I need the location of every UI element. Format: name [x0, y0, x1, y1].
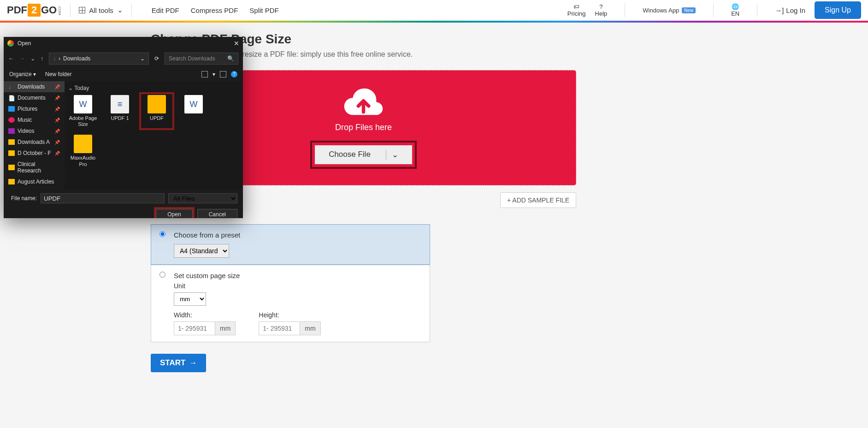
view-icon[interactable] [201, 71, 208, 77]
document-icon: 📄 [8, 95, 15, 101]
preset-option[interactable]: Choose from a preset A4 (Standard) [151, 224, 430, 265]
page-title: Change PDF Page Size [151, 32, 868, 47]
logo-text-com: .COM [58, 6, 62, 15]
pin-icon: 📌 [54, 151, 60, 156]
search-placeholder: Search Downloads [169, 55, 215, 62]
search-icon: 🔍 [227, 55, 234, 62]
nav-compress-pdf[interactable]: Compress PDF [191, 6, 238, 14]
pictures-icon [8, 106, 15, 112]
file-item[interactable]: MaxxAudio Pro [68, 135, 98, 167]
file-item[interactable]: WAdobe Page Size [68, 95, 98, 127]
path-location: Downloads [63, 55, 90, 62]
file-item[interactable]: ≡UPDF 1 [105, 95, 135, 127]
sidebar-item-videos[interactable]: Videos📌 [4, 125, 65, 137]
choose-file-button[interactable]: Choose File ⌄ [315, 145, 412, 164]
pin-icon: 📌 [54, 107, 60, 112]
dialog-toolbar: Organize ▾ New folder ▾ ? [4, 67, 243, 81]
file-item-selected[interactable]: UPDF [142, 95, 171, 127]
unit-select[interactable]: mm [174, 292, 206, 306]
view-chevron-icon[interactable]: ▾ [213, 71, 215, 77]
search-input[interactable]: Search Downloads 🔍 [165, 53, 238, 65]
word-icon: W [184, 95, 203, 113]
sidebar-item-folder[interactable]: August Articles [4, 176, 65, 187]
nav-split-pdf[interactable]: Split PDF [249, 6, 278, 14]
chevron-down-icon[interactable]: ⌄ [140, 55, 145, 62]
divider [757, 3, 757, 17]
globe-icon: 🌐 [732, 3, 739, 10]
arrow-right-icon: → [189, 358, 197, 368]
grid-icon [79, 7, 85, 13]
forward-icon[interactable]: → [19, 55, 25, 62]
path-bar[interactable]: ↓ › Downloads ⌄ [49, 53, 149, 65]
start-button[interactable]: START → [151, 354, 206, 372]
unit-label: Unit [174, 282, 421, 290]
filename-input[interactable] [41, 193, 165, 203]
file-group-label[interactable]: ⌄ Today [68, 85, 239, 91]
sidebar-item-folder[interactable]: Downloads A📌 [4, 137, 65, 148]
sidebar-item-folder[interactable]: Clinical Research [4, 159, 65, 176]
width-suffix: mm [215, 321, 236, 335]
divider [625, 3, 625, 17]
language-selector[interactable]: 🌐 EN [731, 3, 739, 17]
folder-icon [8, 179, 15, 184]
login-button[interactable]: →] Log In [775, 6, 805, 14]
custom-radio[interactable] [159, 272, 165, 278]
file-open-dialog: Open ✕ ← → ⌄ ↑ ↓ › Downloads ⌄ ⟳ Search … [4, 37, 243, 218]
logo[interactable]: PDF 2 GO .COM [7, 4, 62, 17]
download-icon: ↓ [53, 55, 56, 62]
divider [131, 3, 132, 17]
signup-label: Sign Up [825, 6, 851, 14]
pin-icon: 📌 [54, 129, 60, 134]
choose-file-label: Choose File [329, 150, 371, 159]
start-label: START [160, 358, 185, 368]
folder-icon [8, 139, 15, 145]
logo-text-2: 2 [28, 4, 41, 17]
recent-icon[interactable]: ⌄ [30, 55, 35, 62]
doc-icon: ≡ [111, 95, 129, 113]
back-icon[interactable]: ← [8, 55, 14, 62]
signup-button[interactable]: Sign Up [815, 1, 861, 19]
filetype-select[interactable]: All Files [168, 193, 237, 203]
cloud-upload-icon [342, 87, 385, 117]
add-sample-button[interactable]: + ADD SAMPLE FILE [500, 192, 576, 208]
preset-radio[interactable] [159, 231, 165, 237]
pin-icon: 📌 [54, 140, 60, 145]
cancel-button[interactable]: Cancel [197, 209, 237, 218]
help-link[interactable]: ? Help [595, 3, 608, 17]
sidebar-item-folder[interactable]: D October - F📌 [4, 148, 65, 159]
help-icon[interactable]: ? [231, 71, 237, 77]
new-folder-button[interactable]: New folder [45, 71, 71, 77]
chevron-down-icon[interactable]: ⌄ [386, 150, 398, 160]
windows-app-label: Windows App [643, 7, 679, 14]
height-input[interactable] [259, 321, 300, 335]
pricing-link[interactable]: 🏷 Pricing [567, 3, 586, 17]
sidebar-item-downloads[interactable]: ↓Downloads📌 [4, 81, 65, 92]
pin-icon: 📌 [54, 84, 60, 89]
header-right: 🏷 Pricing ? Help Windows App New 🌐 EN →]… [567, 1, 861, 19]
organize-button[interactable]: Organize ▾ [9, 71, 36, 77]
dialog-sidebar: ↓Downloads📌 📄Documents📌 Pictures📌 Music📌… [4, 81, 65, 190]
windows-app-link[interactable]: Windows App New [643, 7, 696, 14]
download-icon: ↓ [8, 84, 15, 89]
sidebar-item-documents[interactable]: 📄Documents📌 [4, 92, 65, 103]
pricing-label: Pricing [567, 10, 586, 17]
help-label: Help [595, 10, 608, 17]
up-icon[interactable]: ↑ [41, 55, 43, 62]
open-button[interactable]: Open [156, 209, 192, 218]
preset-label: Choose from a preset [174, 231, 240, 239]
file-item[interactable]: W [179, 95, 208, 127]
lang-label: EN [731, 10, 739, 17]
width-input[interactable] [174, 321, 215, 335]
page-subtitle: need to install a program to resize a PD… [151, 50, 868, 59]
all-tools-dropdown[interactable]: All tools ⌄ [79, 6, 123, 14]
close-icon[interactable]: ✕ [234, 40, 239, 47]
preset-select[interactable]: A4 (Standard) [174, 244, 229, 258]
login-icon: →] [775, 6, 784, 14]
nav-edit-pdf[interactable]: Edit PDF [152, 6, 179, 14]
sidebar-item-music[interactable]: Music📌 [4, 114, 65, 125]
preview-icon[interactable] [220, 71, 226, 77]
custom-option[interactable]: Set custom page size Unit mm Width: mm H… [151, 265, 430, 342]
sidebar-item-pictures[interactable]: Pictures📌 [4, 103, 65, 114]
logo-text-go: GO [41, 4, 57, 16]
refresh-icon[interactable]: ⟳ [154, 55, 159, 62]
